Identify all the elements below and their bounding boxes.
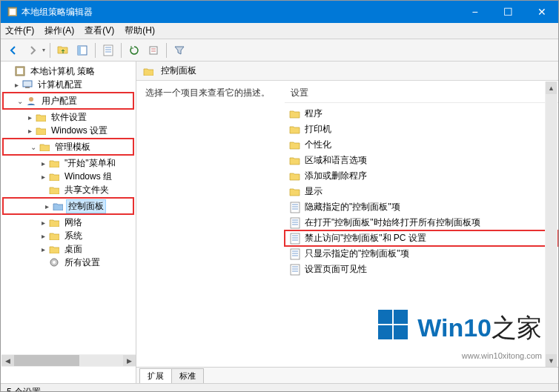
tree-start-menu[interactable]: ▸ "开始"菜单和 — [1, 156, 136, 170]
folder-icon — [289, 170, 301, 182]
description-column: 选择一个项目来查看它的描述。 — [136, 81, 285, 367]
tab-standard[interactable]: 标准 — [171, 368, 204, 383]
status-text: 5 个设置 — [7, 387, 41, 392]
menu-action[interactable]: 操作(A) — [44, 24, 74, 37]
forward-button[interactable] — [24, 42, 41, 59]
tree-windows-components[interactable]: ▸ Windows 组 — [1, 170, 136, 183]
close-button[interactable]: ✕ — [525, 1, 558, 23]
folder-icon — [35, 124, 47, 136]
list-item[interactable]: 程序 — [285, 106, 558, 122]
tree-shared-folders[interactable]: ▸ 共享文件夹 — [1, 183, 136, 196]
list-item[interactable]: 区域和语言选项 — [285, 153, 558, 168]
expand-icon[interactable]: ▸ — [11, 81, 22, 89]
tree-desktop[interactable]: ▸ 桌面 — [1, 242, 136, 256]
folder-icon — [48, 157, 60, 169]
content-pane: 控制面板 选择一个项目来查看它的描述。 设置 程序打印机个性化区域和语言选项添加… — [136, 62, 558, 383]
content-header: 控制面板 — [136, 62, 558, 81]
expand-icon[interactable]: ▸ — [42, 202, 52, 210]
folder-open-icon — [52, 200, 64, 212]
folder-icon — [289, 108, 301, 120]
horizontal-scrollbar[interactable]: ◀ ▶ — [1, 354, 136, 367]
list-item-label: 禁止访问"控制面板"和 PC 设置 — [305, 232, 426, 245]
scroll-up-icon[interactable]: ▲ — [546, 82, 557, 94]
window-title: 本地组策略编辑器 — [22, 6, 93, 19]
list-item[interactable]: 打印机 — [285, 122, 558, 137]
list-item[interactable]: 只显示指定的"控制面板"项 — [285, 246, 558, 262]
expand-icon[interactable]: ▸ — [24, 127, 35, 135]
collapse-icon[interactable]: ⌄ — [15, 97, 25, 105]
maximize-button[interactable]: ☐ — [492, 1, 525, 23]
properties-button[interactable] — [100, 42, 116, 59]
tree-root[interactable]: ▾ 本地计算机 策略 — [1, 64, 136, 78]
folder-icon — [48, 216, 60, 228]
folder-icon — [289, 139, 301, 151]
folder-icon — [142, 65, 154, 77]
list-item[interactable]: 禁止访问"控制面板"和 PC 设置 — [285, 230, 558, 246]
setting-icon — [289, 217, 301, 229]
column-header-setting[interactable]: 设置 — [285, 84, 558, 103]
folder-icon — [48, 184, 60, 196]
minimize-button[interactable]: − — [458, 1, 492, 23]
app-icon — [7, 6, 17, 19]
collapse-icon[interactable]: ⌄ — [28, 143, 39, 151]
tree-software-settings[interactable]: ▸ 软件设置 — [1, 110, 136, 124]
gear-icon — [48, 256, 60, 268]
scroll-right-icon[interactable]: ▶ — [123, 355, 136, 366]
export-button[interactable] — [145, 42, 162, 59]
menu-bar: 文件(F) 操作(A) 查看(V) 帮助(H) — [1, 23, 558, 39]
pc-icon — [22, 79, 33, 90]
list-item-label: 隐藏指定的"控制面板"项 — [305, 201, 400, 213]
show-hide-tree-button[interactable] — [74, 42, 90, 59]
setting-icon — [289, 248, 301, 260]
scroll-left-icon[interactable]: ◀ — [1, 355, 14, 366]
vertical-scrollbar[interactable]: ▲ ▼ — [545, 82, 558, 367]
expand-icon[interactable]: ▸ — [38, 173, 48, 181]
tree-network[interactable]: ▸ 网络 — [1, 216, 136, 229]
tree-system[interactable]: ▸ 系统 — [1, 229, 136, 242]
folder-icon — [35, 111, 47, 123]
list-item[interactable]: 个性化 — [285, 137, 558, 153]
settings-list: 设置 程序打印机个性化区域和语言选项添加或删除程序显示隐藏指定的"控制面板"项在… — [285, 81, 558, 367]
description-text: 选择一个项目来查看它的描述。 — [145, 87, 276, 99]
tree-all-settings[interactable]: ▸ 所有设置 — [1, 256, 136, 269]
tree-pane: ▾ 本地计算机 策略 ▸ 计算机配置 ⌄ 用户配置 ▸ 软件设置 — [1, 62, 136, 383]
content-title: 控制面板 — [161, 64, 196, 77]
list-item-label: 在打开"控制面板"时始终打开所有控制面板项 — [305, 216, 480, 229]
setting-icon — [289, 202, 301, 213]
view-tabs: 扩展 标准 — [136, 367, 558, 383]
list-item[interactable]: 在打开"控制面板"时始终打开所有控制面板项 — [285, 215, 558, 230]
tree-windows-settings[interactable]: ▸ Windows 设置 — [1, 124, 136, 137]
history-dropdown-icon[interactable]: ▾ — [42, 47, 45, 53]
filter-button[interactable] — [171, 42, 188, 59]
status-bar: 5 个设置 — [1, 383, 558, 392]
tree-user-config[interactable]: ⌄ 用户配置 — [4, 94, 132, 107]
back-button[interactable] — [5, 42, 22, 59]
tree-computer-config[interactable]: ▸ 计算机配置 — [1, 78, 136, 91]
expand-icon[interactable]: ▸ — [38, 245, 48, 253]
list-item[interactable]: 设置页面可见性 — [285, 262, 558, 277]
setting-icon — [289, 264, 301, 276]
list-item-label: 只显示指定的"控制面板"项 — [305, 248, 409, 260]
menu-file[interactable]: 文件(F) — [5, 24, 34, 37]
menu-view[interactable]: 查看(V) — [85, 24, 114, 37]
toolbar: ▾ — [1, 39, 558, 62]
refresh-button[interactable] — [126, 42, 142, 59]
list-item[interactable]: 显示 — [285, 184, 558, 199]
folder-icon — [289, 155, 301, 167]
expand-icon[interactable]: ▸ — [38, 219, 48, 227]
list-item[interactable]: 隐藏指定的"控制面板"项 — [285, 199, 558, 215]
list-item-label: 设置页面可见性 — [305, 263, 367, 276]
tree-control-panel[interactable]: ▸ 控制面板 — [4, 199, 132, 213]
list-item[interactable]: 添加或删除程序 — [285, 168, 558, 184]
scroll-down-icon[interactable]: ▼ — [546, 354, 557, 367]
tree-admin-templates[interactable]: ⌄ 管理模板 — [4, 140, 132, 153]
expand-icon[interactable]: ▸ — [38, 159, 48, 167]
expand-icon[interactable]: ▸ — [24, 113, 35, 122]
menu-help[interactable]: 帮助(H) — [125, 24, 155, 37]
folder-icon — [39, 141, 50, 153]
tab-extended[interactable]: 扩展 — [139, 368, 172, 383]
expand-icon[interactable]: ▸ — [38, 232, 48, 240]
list-item-label: 添加或删除程序 — [305, 170, 367, 182]
up-button[interactable] — [55, 42, 71, 59]
list-item-label: 显示 — [305, 185, 322, 198]
